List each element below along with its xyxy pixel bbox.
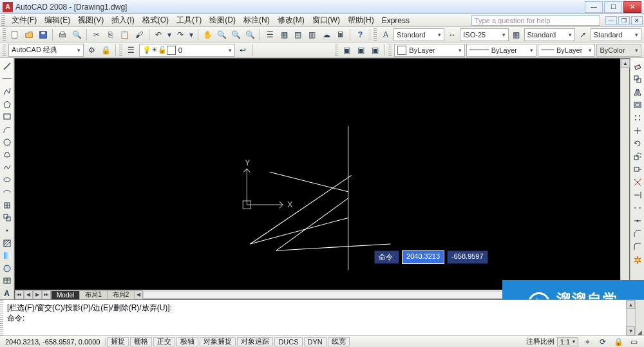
dimstyle-icon[interactable]: ↔ (446, 28, 459, 41)
refedit-icon[interactable]: ▣ (341, 44, 354, 57)
workspace-grip[interactable] (3, 44, 6, 57)
commandline-resize-grip[interactable]: ◢ (635, 300, 644, 335)
circle-icon[interactable] (1, 136, 13, 148)
menu-draw[interactable]: 绘图(D) (205, 14, 240, 27)
cmd-scroll-down-icon[interactable]: ▼ (627, 326, 635, 335)
status-coordinates[interactable]: 2040.3213, -658.9597, 0.0000 (0, 338, 106, 346)
layer-manager-icon[interactable]: ☰ (125, 44, 138, 57)
tablestyle-icon[interactable]: ▦ (510, 28, 523, 41)
block-icon[interactable] (1, 212, 13, 224)
status-toggle-lwt[interactable]: 线宽 (328, 337, 350, 346)
status-cleanscreen-icon[interactable]: ▭ (627, 335, 640, 348)
menu-view[interactable]: 视图(V) (74, 14, 108, 27)
refedit-remove-icon[interactable]: ▣ (368, 44, 381, 57)
stretch-icon[interactable] (632, 164, 643, 175)
mleaderstyle-dropdown[interactable]: Standard (591, 28, 641, 41)
paste-icon[interactable]: 📋 (118, 28, 131, 41)
status-toggle-osnap[interactable]: 对象捕捉 (200, 337, 236, 346)
menu-file[interactable]: 文件(F) (8, 14, 41, 27)
menu-insert[interactable]: 插入(I) (108, 14, 138, 27)
annotation-autoscale-icon[interactable]: ⟳ (596, 335, 609, 348)
redo-dropdown[interactable]: ▾ (188, 28, 194, 41)
window-maximize-button[interactable]: ☐ (604, 1, 622, 13)
tab-model[interactable]: Model (51, 290, 80, 299)
workspace-dropdown[interactable]: AutoCAD 经典 (8, 44, 84, 57)
menu-modify[interactable]: 修改(M) (274, 14, 308, 27)
layer-dropdown[interactable]: 💡 ☀ 🔓 0 (139, 44, 235, 57)
command-line[interactable]: [栏选(F)/窗交(C)/投影(P)/边(E)/删除(R)/放弃(U)]: 命令… (3, 300, 626, 335)
tab-prev-icon[interactable]: ◀ (24, 290, 33, 299)
fillet-icon[interactable] (632, 241, 643, 252)
status-toggle-ortho[interactable]: 正交 (153, 337, 175, 346)
status-toggle-grid[interactable]: 栅格 (130, 337, 152, 346)
erase-icon[interactable] (632, 61, 643, 72)
status-toggle-ducs[interactable]: DUCS (274, 337, 302, 346)
cut-icon[interactable]: ✂ (90, 28, 103, 41)
join-icon[interactable] (632, 215, 643, 227)
match-icon[interactable]: 🖌 (133, 28, 146, 41)
gradient-icon[interactable] (1, 250, 13, 261)
annotation-scale-dropdown[interactable]: 1:1 (557, 337, 578, 346)
table-icon[interactable] (1, 276, 13, 287)
xline-icon[interactable] (1, 73, 13, 85)
menu-format[interactable]: 格式(O) (138, 14, 173, 27)
chamfer-icon[interactable] (632, 228, 643, 239)
trim-icon[interactable] (632, 176, 643, 188)
annotation-visibility-icon[interactable]: ⌖ (581, 335, 594, 348)
polygon-icon[interactable] (1, 98, 13, 110)
help-search-input[interactable]: Type a question for help (471, 15, 600, 26)
break-icon[interactable] (632, 202, 643, 214)
zoom-previous-icon[interactable]: 🔍 (244, 28, 257, 41)
extend-icon[interactable] (632, 189, 643, 201)
tab-next-icon[interactable]: ▶ (33, 290, 42, 299)
layer-previous-icon[interactable]: ↩ (236, 44, 249, 57)
tab-first-icon[interactable]: ⏮ (15, 290, 24, 299)
textstyle-dropdown[interactable]: Standard (393, 28, 444, 41)
tablestyle-dropdown[interactable]: Standard (524, 28, 575, 41)
markup-icon[interactable]: ☁ (320, 28, 333, 41)
hscroll-left-icon[interactable]: ◀ (134, 290, 143, 299)
rotate-icon[interactable] (632, 138, 643, 149)
textstyle-icon[interactable]: A (379, 28, 392, 41)
doc-close-button[interactable]: ✕ (631, 16, 643, 25)
ellipsearc-icon[interactable] (1, 187, 13, 198)
menubar-grip[interactable] (1, 15, 5, 26)
tab-last-icon[interactable]: ⏭ (42, 290, 51, 299)
copy-icon[interactable]: ⎘ (104, 28, 117, 41)
pan-icon[interactable]: ✋ (202, 28, 214, 41)
rectangle-icon[interactable] (1, 111, 13, 123)
help-icon[interactable]: ? (354, 28, 366, 41)
plotstyle-dropdown[interactable]: ByColor (596, 44, 641, 57)
offset-icon[interactable] (632, 99, 643, 111)
copy-object-icon[interactable] (632, 73, 643, 85)
menu-express[interactable]: Express (378, 15, 413, 26)
refedit-add-icon[interactable]: ▣ (355, 44, 368, 57)
workspace-lock-icon[interactable]: 🔒 (99, 44, 112, 57)
hatch-icon[interactable] (1, 238, 13, 249)
open-icon[interactable] (23, 28, 35, 41)
arc-icon[interactable] (1, 124, 13, 135)
revcloud-icon[interactable] (1, 149, 13, 160)
drawing-canvas[interactable]: X Y (15, 59, 629, 299)
status-toggle-otrack[interactable]: 对象追踪 (237, 337, 273, 346)
tab-layout2[interactable]: 布局2 (107, 290, 135, 299)
ellipse-icon[interactable] (1, 174, 13, 186)
canvas-vscrollbar[interactable]: ▲ ▼ (620, 59, 629, 290)
redo-icon[interactable]: ↷ (174, 28, 187, 41)
point-icon[interactable] (1, 225, 13, 236)
window-close-button[interactable]: ✕ (623, 1, 641, 13)
menu-edit[interactable]: 编辑(E) (41, 14, 74, 27)
array-icon[interactable] (632, 112, 643, 124)
zoom-realtime-icon[interactable]: 🔍 (216, 28, 229, 41)
dynamic-input-y[interactable]: -658.9597 (447, 250, 488, 264)
move-icon[interactable] (632, 125, 643, 136)
scale-icon[interactable] (632, 151, 643, 162)
new-icon[interactable] (8, 28, 21, 41)
status-lock-icon[interactable]: 🔒 (612, 335, 625, 348)
layers-grip[interactable] (119, 44, 122, 57)
print-icon[interactable] (56, 28, 69, 41)
undo-dropdown[interactable]: ▾ (166, 28, 173, 41)
dynamic-input-x[interactable]: 2040.3213 (402, 250, 444, 264)
refedit-grip[interactable] (335, 44, 338, 57)
line-icon[interactable] (1, 61, 13, 72)
